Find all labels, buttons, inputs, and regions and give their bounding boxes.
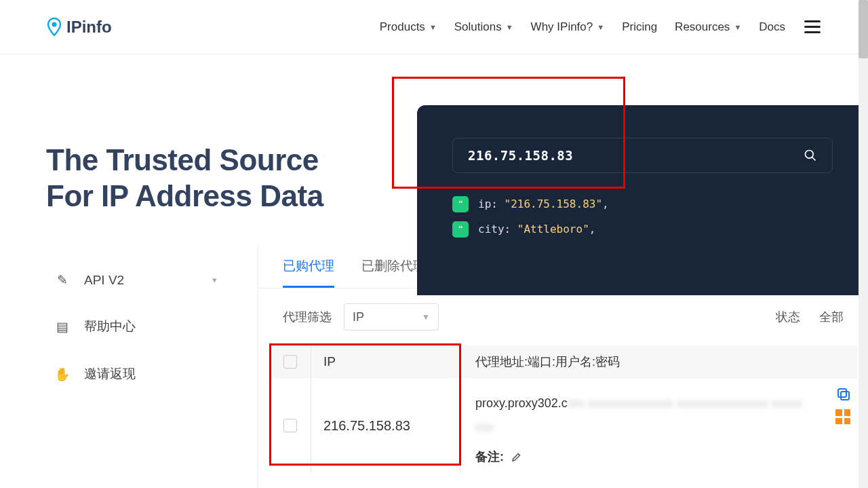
quote-badge-icon: ❝: [452, 221, 469, 238]
logo[interactable]: IPinfo: [46, 17, 112, 37]
select-all-checkbox[interactable]: [283, 355, 297, 369]
sidebar-item-invite[interactable]: ✋ 邀请返现: [54, 350, 244, 398]
row-checkbox[interactable]: [283, 419, 297, 432]
col-address: 代理地址:端口:用户名:密码: [460, 354, 857, 370]
sidebar-item-api[interactable]: ✎ API V2 ▾: [54, 257, 244, 303]
nav-why[interactable]: Why IPinfo?▼: [531, 20, 605, 34]
chevron-down-icon: ▼: [422, 312, 430, 322]
status-label: 状态: [776, 309, 800, 325]
proxy-table: IP 代理地址:端口:用户名:密码 216.75.158.83 proxy.pr…: [269, 345, 857, 473]
quote-badge-icon: ❝: [452, 196, 469, 212]
pin-icon: [46, 17, 62, 37]
row-ip-value: 216.75.158.83: [311, 378, 460, 473]
ip-search-row[interactable]: 216.75.158.83: [452, 138, 833, 173]
ipinfo-hero: The Trusted Source For IP Address Data 2…: [0, 54, 868, 244]
nav-products[interactable]: Products▼: [380, 20, 437, 34]
sidebar-item-label: API V2: [84, 273, 124, 288]
proxy-address-prefix: proxy.proxy302.c: [475, 396, 568, 410]
proxy-address-blurred: xxx: [475, 417, 502, 429]
filter-label: 代理筛选: [283, 309, 332, 325]
chevron-down-icon: ▼: [734, 23, 741, 31]
proxy-address-blurred: om xxxxxxxxxxxxxx xxxxxxxxxxxxxxx xxxxx: [568, 393, 802, 414]
json-row-city: ❝ city: "Attleboro",: [452, 217, 833, 242]
svg-rect-3: [841, 392, 849, 400]
tab-deleted[interactable]: 已删除代理: [361, 257, 426, 288]
json-row-ip: ❝ ip: "216.75.158.83",: [452, 192, 833, 217]
tab-purchased[interactable]: 已购代理: [283, 257, 334, 288]
col-ip: IP: [311, 345, 460, 378]
book-icon: ▤: [54, 319, 71, 335]
chevron-down-icon: ▼: [429, 23, 437, 31]
sidebar-item-help[interactable]: ▤ 帮助中心: [54, 303, 244, 350]
scrollbar-thumb[interactable]: [859, 0, 868, 58]
row-address-body: proxy.proxy302.com xxxxxxxxxxxxxx xxxxxx…: [475, 378, 857, 468]
svg-point-0: [52, 22, 57, 26]
ipinfo-header: IPinfo Products▼ Solutions▼ Why IPinfo?▼…: [0, 0, 868, 54]
sidebar-item-label: 邀请返现: [84, 365, 136, 383]
edit-icon[interactable]: [511, 451, 523, 463]
nav-docs[interactable]: Docs: [759, 20, 785, 34]
sidebar: ✎ API V2 ▾ ▤ 帮助中心 ✋ 邀请返现: [0, 245, 258, 488]
note-row: 备注:: [475, 447, 857, 468]
filter-select[interactable]: IP ▼: [344, 303, 439, 331]
note-label: 备注:: [475, 447, 504, 468]
svg-line-2: [812, 157, 816, 161]
table-head: IP 代理地址:端口:用户名:密码: [269, 345, 857, 378]
row-actions: [835, 386, 852, 424]
chevron-down-icon: ▾: [212, 275, 217, 285]
svg-rect-4: [838, 389, 846, 397]
qr-icon[interactable]: [835, 409, 850, 424]
copy-icon[interactable]: [835, 386, 852, 402]
page-scrollbar[interactable]: [859, 0, 868, 488]
table-row: 216.75.158.83 proxy.proxy302.com xxxxxxx…: [269, 378, 857, 473]
sidebar-item-label: 帮助中心: [84, 318, 136, 335]
json-preview: ❝ ip: "216.75.158.83", ❝ city: "Attlebor…: [452, 192, 833, 242]
ip-result-card: 216.75.158.83 ❝ ip: "216.75.158.83", ❝ c…: [417, 105, 868, 295]
nav-solutions[interactable]: Solutions▼: [454, 20, 513, 34]
svg-point-1: [806, 151, 814, 159]
cashback-icon: ✋: [54, 367, 71, 382]
filter-row: 代理筛选 IP ▼ 状态 全部: [258, 288, 868, 345]
brand-text: IPinfo: [66, 18, 112, 37]
main-nav: Products▼ Solutions▼ Why IPinfo?▼ Pricin…: [380, 19, 822, 35]
search-icon[interactable]: [804, 149, 817, 162]
nav-pricing[interactable]: Pricing: [622, 20, 657, 34]
menu-icon[interactable]: [803, 19, 822, 35]
chevron-down-icon: ▼: [597, 23, 604, 31]
nav-resources[interactable]: Resources▼: [675, 20, 741, 34]
status-value: 全部: [819, 309, 844, 325]
api-icon: ✎: [54, 272, 71, 288]
chevron-down-icon: ▼: [506, 23, 513, 31]
ip-search-value: 216.75.158.83: [468, 148, 573, 163]
filter-select-value: IP: [353, 310, 364, 324]
